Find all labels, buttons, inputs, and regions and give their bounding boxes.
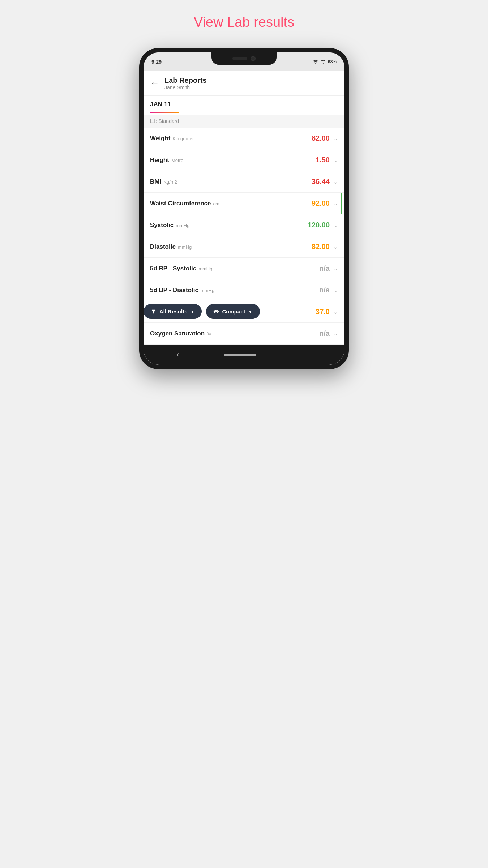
bottom-toolbar-overlay: All Results ▼ Compact ▼: [144, 304, 260, 319]
chevron-icon-5d-diastolic: ⌄: [333, 287, 338, 294]
lab-row-waist-left: Waist Circumference cm: [150, 200, 301, 207]
filter-button-label: All Results: [159, 308, 188, 315]
lab-name-5d-systolic: 5d BP - Systolic: [150, 265, 196, 272]
lab-name-5d-diastolic: 5d BP - Diastolic: [150, 287, 198, 294]
status-time: 9:29: [151, 59, 162, 65]
lab-value-height: 1.50: [301, 156, 330, 164]
lab-row-diastolic[interactable]: Diastolic mmHg 82.00 ⌄: [144, 236, 344, 258]
status-icons: 68%: [313, 59, 337, 65]
lab-name-oxygen: Oxygen Saturation: [150, 330, 205, 337]
compact-button-label: Compact: [222, 308, 245, 315]
lab-row-height-left: Height Metre: [150, 157, 301, 164]
lab-row-weight[interactable]: Weight Kilograms 82.00 ⌄: [144, 128, 344, 149]
lab-row-waist[interactable]: Waist Circumference cm 92.00 ⌄: [144, 193, 344, 214]
wifi-icon: [313, 59, 318, 65]
signal-icon: [320, 59, 326, 65]
lab-name-weight: Weight: [150, 135, 170, 142]
lab-row-oxygen-left: Oxygen Saturation %: [150, 330, 301, 337]
lab-row-systolic[interactable]: Systolic mmHg 120.00 ⌄: [144, 214, 344, 236]
filter-chevron-icon: ▼: [191, 309, 195, 314]
lab-rows-container: Weight Kilograms 82.00 ⌄ Height Metre: [144, 128, 344, 345]
lab-value-temperature: 37.0: [301, 308, 330, 316]
date-tab[interactable]: JAN 11: [150, 101, 171, 110]
lab-value-bmi: 36.44: [301, 178, 330, 186]
filter-icon: [151, 309, 157, 315]
lab-unit-waist: cm: [213, 201, 219, 206]
chevron-icon-height: ⌄: [333, 157, 338, 163]
nav-back-icon[interactable]: ‹: [176, 350, 179, 359]
lab-row-diastolic-right: 82.00 ⌄: [301, 243, 338, 251]
phone-screen: 9:29 68% ←: [144, 52, 344, 365]
lab-row-weight-right: 82.00 ⌄: [301, 134, 338, 142]
header-title: Lab Reports: [164, 76, 207, 85]
chevron-icon-oxygen: ⌄: [333, 330, 338, 337]
page-title-highlight: Lab results: [227, 14, 294, 30]
lab-name-height: Height: [150, 157, 169, 164]
chevron-icon-diastolic: ⌄: [333, 243, 338, 250]
nav-home-pill[interactable]: [224, 354, 256, 356]
chevron-icon-systolic: ⌄: [333, 222, 338, 228]
app-header: ← Lab Reports Jane Smith: [144, 71, 344, 96]
page-heading: View Lab results: [194, 14, 294, 30]
lab-value-5d-systolic: n/a: [301, 264, 330, 273]
battery-level: 68%: [328, 59, 337, 64]
lab-unit-weight: Kilograms: [172, 136, 193, 141]
scroll-indicator: [341, 193, 342, 214]
lab-unit-5d-systolic: mmHg: [198, 266, 212, 271]
notch: [211, 52, 277, 65]
lab-row-5d-diastolic[interactable]: 5d BP - Diastolic mmHg n/a ⌄: [144, 279, 344, 301]
lab-name-waist: Waist Circumference: [150, 200, 211, 207]
lab-name-bmi: BMI: [150, 178, 161, 185]
nav-bar: ‹: [144, 345, 344, 365]
chevron-icon-temperature: ⌄: [333, 308, 338, 315]
app-content: ← Lab Reports Jane Smith JAN 11 L1: Stan…: [144, 71, 344, 345]
phone-frame: 9:29 68% ←: [139, 48, 349, 369]
lab-row-height-right: 1.50 ⌄: [301, 156, 338, 164]
lab-value-systolic: 120.00: [301, 221, 330, 229]
lab-value-waist: 92.00: [301, 199, 330, 208]
lab-row-temperature-right: 37.0 ⌄: [301, 308, 338, 316]
lab-name-systolic: Systolic: [150, 222, 174, 229]
lab-value-diastolic: 82.00: [301, 243, 330, 251]
lab-unit-diastolic: mmHg: [178, 244, 192, 250]
lab-row-diastolic-left: Diastolic mmHg: [150, 243, 301, 251]
eye-icon: [213, 309, 219, 315]
chevron-icon-weight: ⌄: [333, 135, 338, 142]
lab-row-bmi[interactable]: BMI Kg/m2 36.44 ⌄: [144, 171, 344, 193]
lab-value-weight: 82.00: [301, 134, 330, 142]
compact-button[interactable]: Compact ▼: [206, 304, 260, 319]
compact-chevron-icon: ▼: [248, 309, 253, 314]
lab-row-temperature[interactable]: Tempe 37.0 ⌄ All Results: [144, 301, 344, 323]
lab-row-5d-diastolic-right: n/a ⌄: [301, 286, 338, 294]
page-title-prefix: View: [194, 14, 223, 30]
lab-row-5d-systolic-right: n/a ⌄: [301, 264, 338, 273]
lab-row-5d-diastolic-left: 5d BP - Diastolic mmHg: [150, 287, 301, 294]
lab-name-diastolic: Diastolic: [150, 243, 176, 251]
chevron-icon-bmi: ⌄: [333, 178, 338, 185]
lab-unit-systolic: mmHg: [176, 223, 189, 228]
header-title-block: Lab Reports Jane Smith: [164, 76, 207, 90]
lab-row-5d-systolic[interactable]: 5d BP - Systolic mmHg n/a ⌄: [144, 258, 344, 279]
header-subtitle: Jane Smith: [164, 85, 207, 90]
filter-button[interactable]: All Results ▼: [144, 304, 202, 319]
lab-row-systolic-right: 120.00 ⌄: [301, 221, 338, 229]
notch-camera: [251, 56, 256, 61]
date-tab-area: JAN 11: [144, 96, 344, 113]
notch-sensor: [232, 57, 247, 60]
lab-unit-5d-diastolic: mmHg: [201, 288, 214, 293]
date-tab-underline: [150, 112, 179, 113]
lab-row-height[interactable]: Height Metre 1.50 ⌄: [144, 149, 344, 171]
lab-row-waist-right: 92.00 ⌄: [301, 199, 338, 208]
back-button[interactable]: ←: [150, 78, 159, 89]
lab-row-oxygen-right: n/a ⌄: [301, 329, 338, 338]
lab-row-systolic-left: Systolic mmHg: [150, 222, 301, 229]
lab-row-oxygen[interactable]: Oxygen Saturation % n/a ⌄: [144, 323, 344, 345]
lab-value-5d-diastolic: n/a: [301, 286, 330, 294]
section-label: L1: Standard: [144, 115, 344, 128]
chevron-icon-5d-systolic: ⌄: [333, 265, 338, 272]
lab-row-bmi-left: BMI Kg/m2: [150, 178, 301, 185]
lab-row-bmi-right: 36.44 ⌄: [301, 178, 338, 186]
lab-unit-oxygen: %: [207, 331, 211, 337]
lab-unit-height: Metre: [171, 158, 183, 163]
lab-row-5d-systolic-left: 5d BP - Systolic mmHg: [150, 265, 301, 272]
